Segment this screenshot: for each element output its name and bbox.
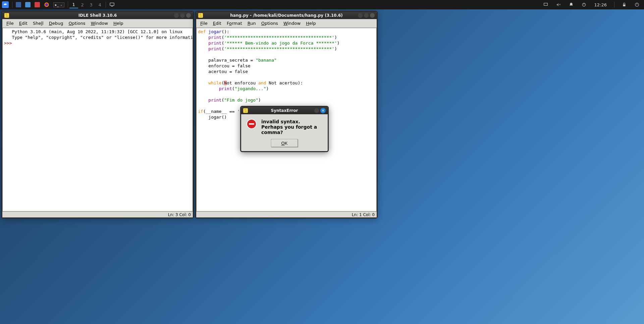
idle-shell-window: 🐍 IDLE Shell 3.10.6 File Edit Shell Debu… bbox=[1, 11, 194, 218]
workspace-1[interactable]: 1 bbox=[69, 1, 78, 8]
shell-text: Python 3.10.6 (main, Aug 10 2022, 11:19:… bbox=[12, 29, 193, 210]
app-launcher-1[interactable] bbox=[14, 0, 23, 9]
svg-rect-2 bbox=[110, 3, 114, 6]
desktop-icon bbox=[109, 2, 115, 7]
volume-mute-icon bbox=[556, 2, 561, 7]
dialog-message: invalid syntax. Perhaps you forgot a com… bbox=[261, 119, 322, 135]
power-indicator[interactable] bbox=[580, 0, 588, 9]
window-controls bbox=[174, 13, 191, 18]
lock-icon bbox=[622, 2, 627, 7]
syntaxerror-dialog: 🐍 SyntaxError ✕ invalid syntax. Perhaps … bbox=[240, 106, 329, 152]
power-icon bbox=[582, 2, 586, 7]
cursor-position: Ln: 1 Col: 0 bbox=[352, 212, 375, 217]
window-title: IDLE Shell 3.10.6 bbox=[2, 13, 193, 18]
ok-button[interactable]: OK bbox=[271, 139, 298, 147]
menu-options[interactable]: Options bbox=[66, 20, 88, 27]
separator bbox=[68, 2, 68, 8]
shell-output[interactable]: >>> Python 3.10.6 (main, Aug 10 2022, 11… bbox=[2, 28, 193, 211]
menu-help[interactable]: Help bbox=[111, 20, 126, 27]
firefox-launcher[interactable] bbox=[42, 0, 51, 9]
app-menu-button[interactable] bbox=[0, 0, 11, 9]
menu-file[interactable]: File bbox=[4, 20, 16, 27]
statusbar: Ln: 1 Col: 0 bbox=[196, 211, 377, 217]
maximize-button[interactable] bbox=[364, 13, 369, 18]
taskbar-right: 12:26 bbox=[541, 0, 644, 9]
menubar: File Edit Shell Debug Options Window Hel… bbox=[2, 19, 193, 28]
workspace-4[interactable]: 4 bbox=[96, 1, 104, 8]
close-button[interactable] bbox=[370, 13, 375, 18]
show-desktop-button[interactable] bbox=[107, 0, 117, 9]
bell-icon bbox=[569, 2, 574, 7]
terminal-launcher[interactable]: ▸_⌄ bbox=[51, 0, 66, 9]
volume-muted[interactable] bbox=[554, 0, 563, 9]
session-button[interactable] bbox=[633, 0, 641, 9]
menu-shell[interactable]: Shell bbox=[30, 20, 46, 27]
filemanager-launcher[interactable] bbox=[23, 0, 33, 9]
python-icon: 🐍 bbox=[4, 13, 9, 18]
svg-point-1 bbox=[45, 3, 48, 6]
workspace-2[interactable]: 2 bbox=[78, 1, 87, 8]
window-title: hang.py - /home/kali/Documents/hang.py (… bbox=[196, 13, 377, 18]
terminal-icon: ▸_⌄ bbox=[53, 2, 64, 7]
close-button[interactable] bbox=[186, 13, 191, 18]
error-icon bbox=[247, 119, 257, 129]
logout-icon bbox=[635, 2, 639, 7]
python-icon: 🐍 bbox=[198, 13, 203, 18]
text-editor-launcher[interactable] bbox=[33, 0, 42, 9]
minimize-button[interactable] bbox=[174, 13, 179, 18]
maximize-button[interactable] bbox=[180, 13, 185, 18]
menu-run[interactable]: Run bbox=[245, 20, 259, 27]
menu-edit[interactable]: Edit bbox=[210, 20, 224, 27]
menu-window[interactable]: Window bbox=[281, 20, 303, 27]
window-icon bbox=[16, 2, 21, 7]
svg-rect-9 bbox=[623, 4, 626, 6]
notifications[interactable] bbox=[567, 0, 576, 9]
kali-icon bbox=[2, 1, 9, 8]
separator bbox=[614, 2, 614, 8]
folder-icon bbox=[25, 2, 31, 7]
separator bbox=[106, 2, 106, 8]
python-icon: 🐍 bbox=[243, 108, 248, 113]
taskbar-left: ▸_⌄ 1 2 3 4 bbox=[0, 0, 117, 9]
clock[interactable]: 12:26 bbox=[592, 0, 609, 9]
dialog-close-button[interactable]: ✕ bbox=[320, 108, 326, 113]
svg-rect-3 bbox=[111, 6, 113, 6]
separator bbox=[12, 2, 12, 8]
workspace-3[interactable]: 3 bbox=[87, 1, 96, 8]
titlebar[interactable]: 🐍 IDLE Shell 3.10.6 bbox=[2, 12, 193, 19]
lock-button[interactable] bbox=[620, 0, 629, 9]
dialog-minimize-button[interactable] bbox=[314, 108, 319, 113]
menu-format[interactable]: Format bbox=[224, 20, 245, 27]
minimize-button[interactable] bbox=[358, 13, 363, 18]
menubar: File Edit Format Run Options Window Help bbox=[196, 19, 377, 28]
menu-options[interactable]: Options bbox=[259, 20, 281, 27]
menu-help[interactable]: Help bbox=[303, 20, 319, 27]
dialog-buttons: OK bbox=[241, 139, 328, 151]
menu-window[interactable]: Window bbox=[88, 20, 111, 27]
display-icon bbox=[543, 2, 548, 7]
firefox-icon bbox=[44, 2, 49, 7]
tray-item-1[interactable] bbox=[541, 0, 550, 9]
svg-rect-4 bbox=[544, 3, 547, 5]
titlebar[interactable]: 🐍 hang.py - /home/kali/Documents/hang.py… bbox=[196, 12, 377, 19]
cursor-position: Ln: 3 Col: 0 bbox=[168, 212, 191, 217]
dialog-titlebar[interactable]: 🐍 SyntaxError ✕ bbox=[241, 107, 328, 114]
dialog-body: invalid syntax. Perhaps you forgot a com… bbox=[241, 114, 328, 139]
statusbar: Ln: 3 Col: 0 bbox=[2, 211, 193, 217]
taskbar: ▸_⌄ 1 2 3 4 12:26 bbox=[0, 0, 644, 9]
menu-debug[interactable]: Debug bbox=[46, 20, 66, 27]
prompt-gutter: >>> bbox=[4, 29, 12, 210]
window-controls bbox=[358, 13, 375, 18]
document-icon bbox=[35, 2, 40, 7]
menu-file[interactable]: File bbox=[198, 20, 210, 27]
menu-edit[interactable]: Edit bbox=[16, 20, 30, 27]
